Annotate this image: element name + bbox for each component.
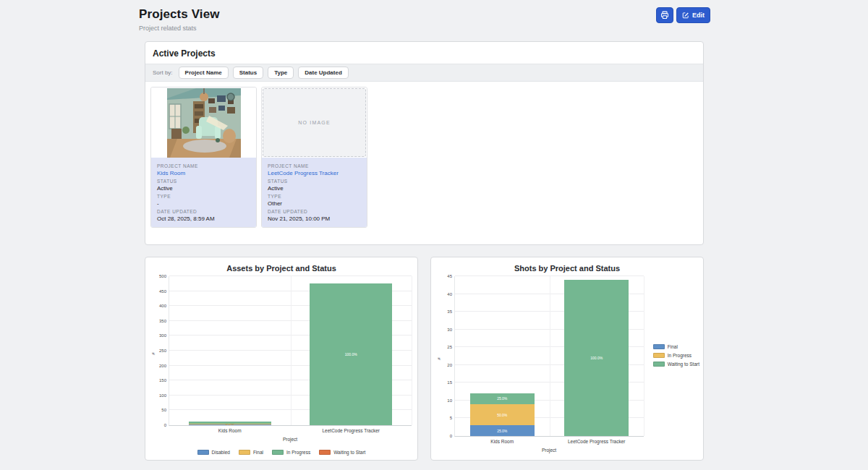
x-tick-label: Kids Room: [169, 428, 291, 433]
y-tick-label: 400: [159, 304, 166, 308]
legend-item: Final: [653, 344, 699, 349]
project-name-link[interactable]: LeetCode Progress Tracker: [268, 170, 361, 176]
page-subtitle: Project related stats: [139, 25, 220, 32]
legend-label: In Progress: [668, 353, 692, 358]
legend-label: In Progress: [286, 450, 310, 455]
segment-percent-label: 25.0%: [470, 397, 535, 401]
legend-label: Disabled: [212, 450, 230, 455]
legend-swatch: [653, 344, 665, 349]
chart-legend: DisabledFinalIn ProgressWaiting to Start: [145, 450, 417, 455]
y-tick-label: 45: [447, 274, 452, 278]
edit-button[interactable]: Edit: [676, 7, 710, 23]
y-tick-label: 150: [159, 378, 166, 383]
project-status-value: Active: [268, 185, 361, 192]
pencil-square-icon: [682, 12, 689, 19]
chart-title: Shots by Project and Status: [431, 264, 703, 273]
project-card-info: PROJECT NAME Kids Room STATUS Active TYP…: [151, 158, 256, 227]
y-tick-label: 0: [450, 434, 452, 438]
active-projects-panel: Active Projects Sort by: Project Name St…: [145, 41, 704, 245]
sort-button-project-name[interactable]: Project Name: [179, 67, 229, 79]
y-tick-label: 25: [447, 345, 452, 349]
plot-inner: 05101520253035404525.0%50.0%25.0%Kids Ro…: [454, 276, 644, 437]
project-updated-value: Nov 21, 2025, 10:00 PM: [268, 215, 361, 222]
x-axis-label: Project: [169, 437, 412, 442]
project-card-info: PROJECT NAME LeetCode Progress Tracker S…: [262, 158, 367, 227]
page-title: Projects View: [139, 7, 220, 22]
project-status-value: Active: [157, 185, 250, 192]
field-label-status: STATUS: [157, 179, 250, 184]
y-tick-label: 100: [159, 393, 166, 398]
legend-item: In Progress: [653, 353, 699, 358]
y-tick-label: 450: [159, 289, 166, 294]
y-axis-label: #: [436, 357, 441, 359]
legend-label: Final: [253, 450, 263, 455]
no-image-placeholder: NO IMAGE: [263, 88, 366, 157]
legend-swatch: [239, 450, 250, 455]
bar-segment-waiting-to-start: 100.0%: [564, 280, 629, 436]
sort-by-label: Sort by:: [153, 69, 173, 76]
legend-item: Disabled: [197, 450, 230, 455]
y-axis-label: #: [150, 352, 155, 354]
bar-segment-in-progress: [189, 422, 271, 423]
y-tick-label: 350: [159, 319, 166, 323]
sort-button-type[interactable]: Type: [268, 67, 294, 79]
x-tick-label: Kids Room: [455, 439, 550, 444]
segment-percent-label: 50.0%: [470, 413, 535, 416]
y-tick-label: 300: [159, 333, 166, 338]
project-name-link[interactable]: Kids Room: [157, 170, 250, 176]
sort-button-status[interactable]: Status: [233, 67, 263, 79]
field-label-date-updated: DATE UPDATED: [157, 209, 250, 214]
print-button[interactable]: [656, 7, 673, 23]
y-tick-label: 5: [450, 416, 452, 420]
field-label-date-updated: DATE UPDATED: [268, 209, 361, 214]
project-card-kids-room: PROJECT NAME Kids Room STATUS Active TYP…: [150, 87, 257, 228]
shots-chart-panel: Shots by Project and Status # 0510152025…: [430, 257, 704, 461]
segment-percent-label: 25.0%: [470, 429, 535, 432]
y-tick-label: 35: [447, 309, 452, 314]
legend-swatch: [197, 450, 209, 455]
project-thumbnail: NO IMAGE: [262, 87, 367, 158]
y-tick-label: 0: [164, 423, 166, 427]
y-tick-label: 40: [447, 292, 452, 296]
bar-segment-in-progress: 50.0%: [470, 404, 535, 425]
segment-percent-label: 100.0%: [310, 353, 392, 356]
project-cards-row: PROJECT NAME Kids Room STATUS Active TYP…: [145, 82, 703, 233]
y-tick-label: 20: [447, 363, 452, 367]
sort-bar: Sort by: Project Name Status Type Date U…: [145, 64, 703, 82]
chart-plot-area: # 0501001502002503003504004505008.3%Kids…: [169, 276, 412, 426]
segment-percent-label: 100.0%: [564, 356, 629, 359]
y-tick-label: 500: [159, 274, 166, 278]
assets-chart-panel: Assets by Project and Status # 050100150…: [145, 257, 418, 461]
sort-button-date-updated[interactable]: Date Updated: [298, 67, 349, 79]
field-label-status: STATUS: [268, 179, 361, 184]
chart-legend: FinalIn ProgressWaiting to Start: [653, 344, 699, 367]
legend-item: Final: [239, 450, 263, 455]
field-label-project-name: PROJECT NAME: [157, 163, 250, 168]
kids-room-photo: [167, 88, 241, 158]
vertical-gridline: [550, 276, 550, 436]
plot-inner: 0501001502002503003504004505008.3%Kids R…: [169, 276, 412, 426]
chart-title: Assets by Project and Status: [145, 264, 417, 273]
page-header: Projects View Project related stats Edit: [139, 7, 710, 32]
field-label-project-name: PROJECT NAME: [268, 163, 361, 168]
project-type-value: -: [157, 200, 250, 207]
legend-swatch: [319, 450, 331, 455]
chart-plot-area: # 05101520253035404525.0%50.0%25.0%Kids …: [454, 276, 644, 437]
y-tick-label: 15: [447, 380, 452, 385]
legend-item: Waiting to Start: [653, 362, 699, 367]
y-tick-label: 200: [159, 364, 166, 368]
bar-segment-in-progress: 100.0%: [310, 283, 392, 425]
y-tick-label: 10: [447, 398, 452, 403]
vertical-gridline: [644, 276, 644, 436]
bar-segment-final: 25.0%: [470, 425, 535, 436]
y-tick-label: 250: [159, 349, 166, 353]
printer-icon: [660, 11, 669, 20]
y-tick-label: 50: [161, 408, 166, 412]
project-updated-value: Oct 28, 2025, 8:59 AM: [157, 215, 250, 222]
vertical-gridline: [412, 276, 412, 425]
legend-swatch: [653, 362, 665, 367]
header-actions: Edit: [656, 7, 710, 32]
project-thumbnail: [151, 87, 256, 158]
field-label-type: TYPE: [157, 194, 250, 199]
edit-button-label: Edit: [692, 12, 705, 19]
